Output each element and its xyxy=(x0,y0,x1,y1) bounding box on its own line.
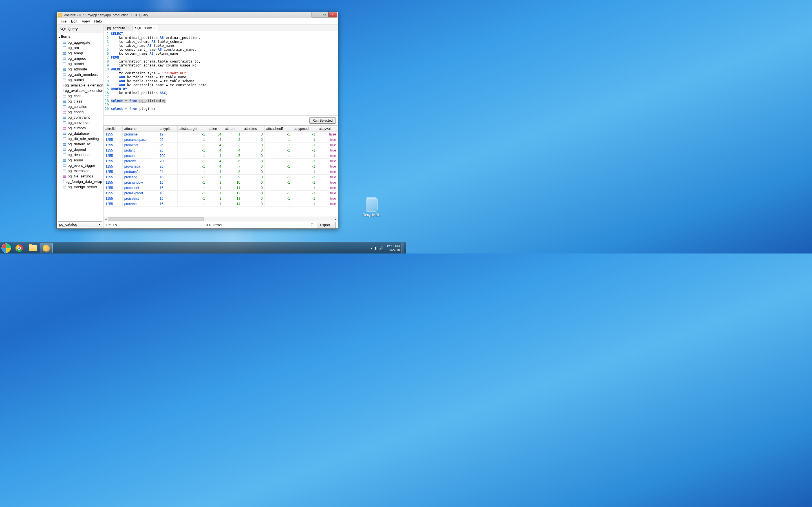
taskbar-chrome[interactable] xyxy=(13,243,26,253)
code-area[interactable]: SELECT kc.ordinal_position AS ordinal_po… xyxy=(110,31,338,115)
table-row[interactable]: 1255proiswindow16-11100-1-1true xyxy=(104,180,338,185)
column-header[interactable]: attcacheoff xyxy=(264,126,292,132)
column-header[interactable]: attnum xyxy=(223,126,242,132)
recycle-bin-label: Recycle Bin xyxy=(363,213,380,217)
tree-item[interactable]: pg_authid xyxy=(57,77,103,82)
tree-item[interactable]: pg_attribute xyxy=(57,66,103,72)
tree-item[interactable]: pg_class xyxy=(57,99,103,104)
action-center-icon[interactable]: ▮ xyxy=(375,246,377,250)
maximize-button[interactable]: ▭ xyxy=(320,12,328,17)
export-button[interactable]: Export... xyxy=(317,222,336,228)
scroll-right-arrow[interactable]: ► xyxy=(334,217,338,221)
taskbar-explorer[interactable] xyxy=(26,243,39,253)
table-row[interactable]: 1255proisagg16-1190-1-1true xyxy=(104,175,338,180)
table-row[interactable]: 1255protransform24-1480-1-1true xyxy=(104,169,338,175)
show-desktop-button[interactable] xyxy=(402,242,404,254)
table-icon xyxy=(63,47,66,49)
tree-item[interactable]: pg_aggregate xyxy=(57,40,103,45)
tree-item-label: pg_foreign_data_wrap xyxy=(66,179,102,184)
tree-item[interactable]: pg_extension xyxy=(57,168,103,173)
table-row[interactable]: 1255prorows700-1460-1-1true xyxy=(104,159,338,164)
items-header[interactable]: Items xyxy=(57,33,103,40)
tree-item[interactable]: pg_collation xyxy=(57,104,103,109)
table-row[interactable]: 1255prosecdef16-11110-1-1true xyxy=(104,185,338,191)
tree-item[interactable]: pg_amop xyxy=(57,50,103,56)
system-tray: ▴ ▮ 🔊 12:15 PM 8/27/18 xyxy=(370,242,406,253)
table-icon xyxy=(63,52,66,55)
close-icon[interactable]: x xyxy=(154,26,156,30)
scroll-left-arrow[interactable]: ◄ xyxy=(103,217,108,221)
volume-icon[interactable]: 🔊 xyxy=(379,246,383,250)
view-icon xyxy=(63,89,63,92)
table-icon xyxy=(63,105,66,108)
table-icon xyxy=(63,154,66,156)
horizontal-scrollbar[interactable]: ◄ ⋮⋮⋮ ► xyxy=(103,217,338,221)
table-row[interactable]: 1255proisstrict16-11130-1-1true xyxy=(104,196,338,202)
results-grid[interactable]: attrelidattnameatttypidattstattargetattl… xyxy=(103,126,338,217)
table-row[interactable]: 1255proretset16-11140-1-1true xyxy=(104,202,338,207)
column-header[interactable]: atttypid xyxy=(158,126,177,132)
start-button[interactable] xyxy=(0,242,12,254)
menu-view[interactable]: View xyxy=(80,18,92,24)
query-time: 1.691 s xyxy=(106,223,117,227)
tree-item[interactable]: pg_auth_members xyxy=(57,72,103,77)
column-header[interactable]: atttypmod xyxy=(292,126,317,132)
tree-item[interactable]: pg_available_extension xyxy=(57,88,103,93)
tree-item[interactable]: pg_attrdef xyxy=(57,61,103,66)
titlebar[interactable]: PostgreSQL : TinyApp : tinyapp_productio… xyxy=(57,12,338,18)
column-header[interactable]: attrelid xyxy=(104,126,123,132)
tab[interactable]: SQL Queryx xyxy=(133,25,158,31)
scroll-thumb[interactable] xyxy=(108,217,204,221)
schema-dropdown[interactable]: pg_catalog ▾ xyxy=(58,221,102,227)
object-tree[interactable]: pg_aggregatepg_ampg_amoppg_amprocpg_attr… xyxy=(57,40,103,220)
run-selected-button[interactable]: Run Selected xyxy=(309,117,336,124)
tab[interactable]: pg_attributex xyxy=(105,25,132,31)
tree-item[interactable]: pg_db_role_setting xyxy=(57,136,103,142)
tree-item[interactable]: pg_cursors xyxy=(57,125,103,131)
tree-item[interactable]: pg_am xyxy=(57,45,103,50)
tree-item[interactable]: pg_constraint xyxy=(57,115,103,120)
column-header[interactable]: attndims xyxy=(242,126,264,132)
column-header[interactable]: attname xyxy=(122,126,158,132)
close-icon[interactable]: x xyxy=(127,26,129,30)
window-title: PostgreSQL : TinyApp : tinyapp_productio… xyxy=(64,13,312,17)
tree-item[interactable]: pg_amproc xyxy=(57,56,103,61)
table-row[interactable]: 1255procost700-1450-1-1true xyxy=(104,153,338,159)
table-row[interactable]: 1255pronamespace26-1420-1-1true xyxy=(104,137,338,143)
column-header[interactable]: attstattarget xyxy=(177,126,207,132)
tree-item[interactable]: pg_conversion xyxy=(57,120,103,125)
tree-item[interactable]: pg_file_settings xyxy=(57,173,103,179)
tree-item[interactable]: pg_foreign_server xyxy=(57,184,103,189)
tree-item[interactable]: pg_foreign_data_wrap xyxy=(57,179,103,184)
minimize-button[interactable]: — xyxy=(312,12,320,17)
windows-logo-icon xyxy=(1,243,11,253)
menu-help[interactable]: Help xyxy=(92,18,104,24)
table-row[interactable]: 1255proleakproof16-11120-1-1true xyxy=(104,191,338,196)
table-row[interactable]: 1255prolang26-1440-1-1true xyxy=(104,148,338,153)
column-header[interactable]: attlen xyxy=(207,126,223,132)
tree-item[interactable]: pg_default_acl xyxy=(57,142,103,147)
table-row[interactable]: 1255proowner26-1430-1-1true xyxy=(104,143,338,148)
table-row[interactable]: 1255provariadic26-1470-1-1true xyxy=(104,164,338,169)
recycle-bin-icon xyxy=(366,198,377,212)
menu-file[interactable]: File xyxy=(58,18,69,24)
tree-item[interactable]: pg_depend xyxy=(57,147,103,152)
table-row[interactable]: 1255proname19-16410-1-1false xyxy=(104,132,338,137)
menu-edit[interactable]: Edit xyxy=(69,18,80,24)
close-button[interactable]: ✕ xyxy=(328,12,337,17)
taskbar-postgresql[interactable] xyxy=(40,243,53,253)
sql-editor[interactable]: 1234567891011121314151617181920 SELECT k… xyxy=(103,31,338,116)
clock[interactable]: 12:15 PM 8/27/18 xyxy=(387,244,400,252)
tree-item[interactable]: pg_description xyxy=(57,152,103,158)
tree-item[interactable]: pg_available_extension xyxy=(57,82,103,88)
tree-item[interactable]: pg_cast xyxy=(57,93,103,99)
tree-item[interactable]: pg_enum xyxy=(57,158,103,163)
recycle-bin[interactable]: Recycle Bin xyxy=(363,198,380,217)
column-header[interactable]: attbyval xyxy=(317,126,338,132)
table-icon xyxy=(63,186,66,188)
tree-item[interactable]: pg_config xyxy=(57,109,103,115)
tray-expand-icon[interactable]: ▴ xyxy=(371,246,372,250)
tree-item[interactable]: pg_event_trigger xyxy=(57,163,103,168)
clock-time: 12:15 PM xyxy=(387,244,400,248)
tree-item[interactable]: pg_database xyxy=(57,131,103,136)
